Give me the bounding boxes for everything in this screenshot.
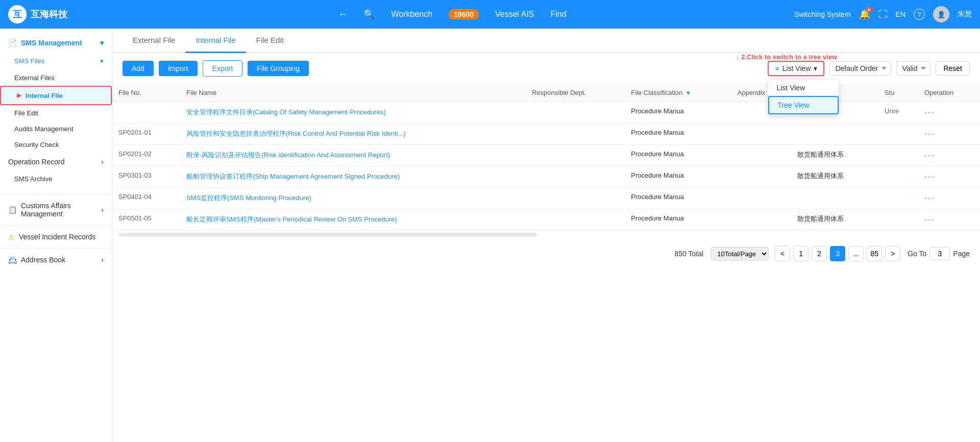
sidebar-item-address-book[interactable]: 📇 Address Book › [0,251,112,269]
file-name-link[interactable]: 风险管控和安全隐患排查治理程序(Risk Control And Potenti… [186,130,406,137]
cell-dept [526,124,625,145]
page-2-button[interactable]: 2 [812,246,827,261]
action-menu-button[interactable]: ··· [924,129,935,139]
main-layout: 📄 SMS Management ▾ SMS Files ▾ External … [0,29,980,442]
sms-files-label: SMS Files [14,57,44,65]
per-page-select[interactable]: 10Total/Page [710,247,769,261]
sidebar-item-vessel-incident[interactable]: ⚠ Vessel Incident Records [0,228,112,246]
cell-operation[interactable]: ··· [918,188,980,209]
sidebar-item-file-edit[interactable]: File Edit [0,105,112,121]
cell-appendix [731,209,791,231]
bell-icon[interactable]: 🔔● [859,9,870,20]
help-icon[interactable]: ? [914,9,925,20]
cell-appendix [731,166,791,188]
cell-status [878,124,918,145]
col-status: Stu [878,84,918,102]
cell-dept [526,145,625,166]
back-icon[interactable]: ← [338,9,347,20]
switching-system-button[interactable]: Switching System [794,10,850,18]
warning-icon: ⚠ [8,233,15,241]
page-85-button[interactable]: 85 [867,246,882,261]
cell-dept [526,209,625,231]
list-view-option[interactable]: List View [768,80,839,96]
cell-appendix [731,124,791,145]
file-name-link[interactable]: 附录-风险识别及评估报告(Risk identification And Ass… [186,151,390,159]
col-file-no: File No. [112,84,180,102]
cell-classification: Procedure Manua [625,188,731,209]
cell-operation[interactable]: ··· [918,209,980,231]
cell-file-no: SP0201-02 [112,145,180,166]
view-dropdown[interactable]: ≡ List View ▾ [768,61,824,76]
customs-icon: 📋 [8,206,17,214]
page-ellipsis: ... [848,246,864,261]
cell-file-name: 船舶管理协议签订程序(Ship Management Agreement Sig… [180,166,526,188]
col-dept: Responsible Dept. [526,84,625,102]
sidebar-item-internal-file[interactable]: ► Internal File [0,86,112,105]
table-row: SP0501-05 船长定期评审SMS程序(Master's Periodica… [112,209,980,231]
add-button[interactable]: Add [122,61,154,76]
sidebar-item-security-check[interactable]: Security Check [0,137,112,153]
sidebar-item-customs-affairs[interactable]: 📋 Customs Affairs Management › [0,197,112,223]
action-menu-button[interactable]: ··· [924,214,935,225]
vessel-ais-link[interactable]: Vessel AIS [495,10,534,19]
language-selector[interactable]: EN [896,10,905,18]
file-name-link[interactable]: 船长定期评审SMS程序(Master's Periodical Review O… [186,215,397,223]
find-link[interactable]: Find [551,10,567,19]
sms-management-header[interactable]: 📄 SMS Management ▾ [0,34,112,52]
chevron-down-icon: ▾ [100,39,104,47]
sms-management-label: SMS Management [21,39,82,47]
action-menu-button[interactable]: ··· [924,171,935,182]
import-button[interactable]: Import [159,61,198,76]
sidebar-item-external-files[interactable]: External Files [0,70,112,86]
cell-operation[interactable]: ··· [918,102,980,124]
action-menu-button[interactable]: ··· [924,150,935,160]
cell-classification: Procedure Manua [625,102,731,124]
reset-button[interactable]: Reset [936,61,970,76]
next-page-button[interactable]: > [885,246,900,261]
address-book-icon: 📇 [8,256,17,264]
expand-icon[interactable]: ⛶ [878,9,888,20]
cell-file-no: SP0301-03 [112,166,180,188]
default-order-select[interactable]: Default Order [829,61,891,76]
cell-operation[interactable]: ··· [918,166,980,188]
workbench-link[interactable]: Workbench [391,10,432,19]
view-dropdown-container: ≡ List View ▾ List View Tree View [768,61,824,76]
file-name-link[interactable]: 船舶管理协议签订程序(Ship Management Agreement Sig… [186,173,400,180]
avatar[interactable]: 👤 [933,6,949,22]
sidebar-item-operation-record[interactable]: Operation Record › [0,153,112,171]
cell-operation[interactable]: ··· [918,124,980,145]
sidebar-item-sms-archive[interactable]: SMS Archive [0,171,112,187]
action-menu-button[interactable]: ··· [924,107,935,117]
page-3-button[interactable]: 3 [830,246,845,261]
search-icon[interactable]: 🔍 [363,9,375,20]
cell-classification: Procedure Manua [625,145,731,166]
action-menu-button[interactable]: ··· [924,193,935,203]
view-options-popup: List View Tree View [768,79,839,115]
logo-text: 互海科技 [31,8,67,20]
list-icon: ≡ [775,64,779,72]
divider-3 [0,248,112,249]
prev-page-button[interactable]: < [775,246,790,261]
export-button[interactable]: Export [203,60,242,77]
cell-groups [791,188,879,209]
goto-input[interactable] [929,247,950,260]
cell-operation[interactable]: ··· [918,145,980,166]
toolbar: Add Import Export File Grouping ≡ List V… [112,53,980,84]
file-name-link[interactable]: 安全管理程序文件目录(Catalog Of Safety Management … [186,108,386,116]
horizontal-scrollbar[interactable] [112,231,980,239]
page-1-button[interactable]: 1 [793,246,808,261]
list-view-label: List View [782,64,811,72]
tab-internal-file[interactable]: Internal File [185,29,246,53]
file-name-link[interactable]: SMS监控程序(SMS Monitoring Procedure) [186,194,311,202]
file-grouping-button[interactable]: File Grouping [248,61,309,76]
tree-view-option[interactable]: Tree View [768,96,839,114]
pagination: 850 Total 10Total/Page < 1 2 3 ... 85 > … [112,239,980,268]
sidebar-item-audits[interactable]: Audits Management [0,121,112,137]
sms-files-header[interactable]: SMS Files ▾ [0,52,112,70]
tab-file-edit[interactable]: File Edit [246,29,294,53]
cell-dept [526,166,625,188]
tab-external-file[interactable]: External File [122,29,185,53]
filter-icon-classification[interactable]: ▾ [687,89,690,96]
cell-status [878,145,918,166]
valid-select[interactable]: Valid [896,61,930,76]
